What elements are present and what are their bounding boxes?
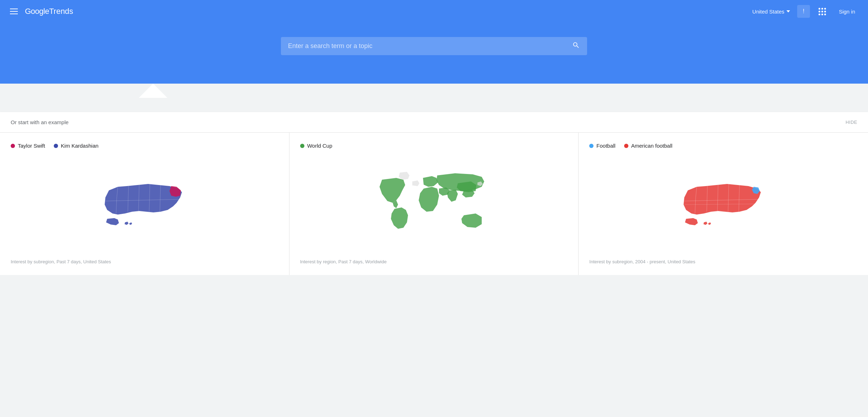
world-cup-label: World Cup <box>307 143 333 149</box>
search-button[interactable] <box>572 41 580 51</box>
legend-item-taylor: Taylor Swift <box>11 143 45 149</box>
world-cup-dot <box>300 144 304 148</box>
examples-outer: Or start with an example HIDE Taylor Swi… <box>0 84 868 275</box>
card-legend-world-cup: World Cup <box>300 143 568 149</box>
logo[interactable]: Google Trends <box>25 7 73 16</box>
apps-grid-icon[interactable] <box>817 6 827 17</box>
taylor-swift-label: Taylor Swift <box>18 143 45 149</box>
triangle-arrow <box>139 84 167 98</box>
legend-item-american-football: American football <box>624 143 673 149</box>
feedback-icon: ! <box>803 8 804 15</box>
search-input[interactable] <box>288 42 568 50</box>
card-footer-world-cup: Interest by region, Past 7 days, Worldwi… <box>300 253 568 264</box>
logo-google-text: Google <box>25 7 49 16</box>
kim-kardashian-dot <box>54 144 58 148</box>
triangle-section <box>0 84 868 98</box>
football-label: Football <box>596 143 615 149</box>
card-taylor-kim[interactable]: Taylor Swift Kim Kardashian <box>0 133 289 275</box>
search-icon <box>572 41 580 49</box>
sign-in-button[interactable]: Sign in <box>835 6 859 17</box>
usa-map-area <box>11 159 278 250</box>
card-footer-text-1: Interest by subregion, Past 7 days, Unit… <box>11 259 111 264</box>
chevron-down-icon <box>786 10 790 12</box>
hide-button[interactable]: HIDE <box>846 120 857 125</box>
legend-item-kim: Kim Kardashian <box>54 143 99 149</box>
examples-header: Or start with an example HIDE <box>0 112 868 133</box>
football-dot <box>589 144 594 148</box>
card-football[interactable]: Football American football <box>579 133 868 275</box>
kim-kardashian-label: Kim Kardashian <box>61 143 99 149</box>
cards-grid: Taylor Swift Kim Kardashian <box>0 133 868 275</box>
header-right: United States ! Sign in <box>752 5 859 18</box>
card-world-cup[interactable]: World Cup <box>289 133 579 275</box>
world-map-area <box>300 159 568 250</box>
main-header: Google Trends United States ! Sign in <box>0 0 868 23</box>
search-bar <box>281 37 587 55</box>
american-football-label: American football <box>631 143 673 149</box>
card-footer-taylor-kim: Interest by subregion, Past 7 days, Unit… <box>11 253 278 264</box>
hero-section <box>0 23 868 84</box>
header-left: Google Trends <box>9 7 73 16</box>
taylor-swift-dot <box>11 144 15 148</box>
card-legend-football: Football American football <box>589 143 857 149</box>
usa-map-red-svg <box>677 176 770 233</box>
legend-item-football: Football <box>589 143 615 149</box>
logo-trends-text: Trends <box>49 7 73 16</box>
region-label: United States <box>752 9 784 15</box>
feedback-button[interactable]: ! <box>797 5 810 18</box>
card-footer-football: Interest by subregion, 2004 - present, U… <box>589 253 857 264</box>
hamburger-menu[interactable] <box>9 7 19 16</box>
card-footer-text-2: Interest by region, Past 7 days, Worldwi… <box>300 259 387 264</box>
usa-map-svg <box>98 176 191 233</box>
american-football-dot <box>624 144 628 148</box>
card-legend-taylor-kim: Taylor Swift Kim Kardashian <box>11 143 278 149</box>
examples-title: Or start with an example <box>11 119 69 125</box>
world-map-svg <box>377 169 491 240</box>
legend-item-worldcup: World Cup <box>300 143 333 149</box>
examples-container: Or start with an example HIDE Taylor Swi… <box>0 112 868 275</box>
usa-map-red-area <box>589 159 857 250</box>
region-selector[interactable]: United States <box>752 9 790 15</box>
card-footer-text-3: Interest by subregion, 2004 - present, U… <box>589 259 695 264</box>
